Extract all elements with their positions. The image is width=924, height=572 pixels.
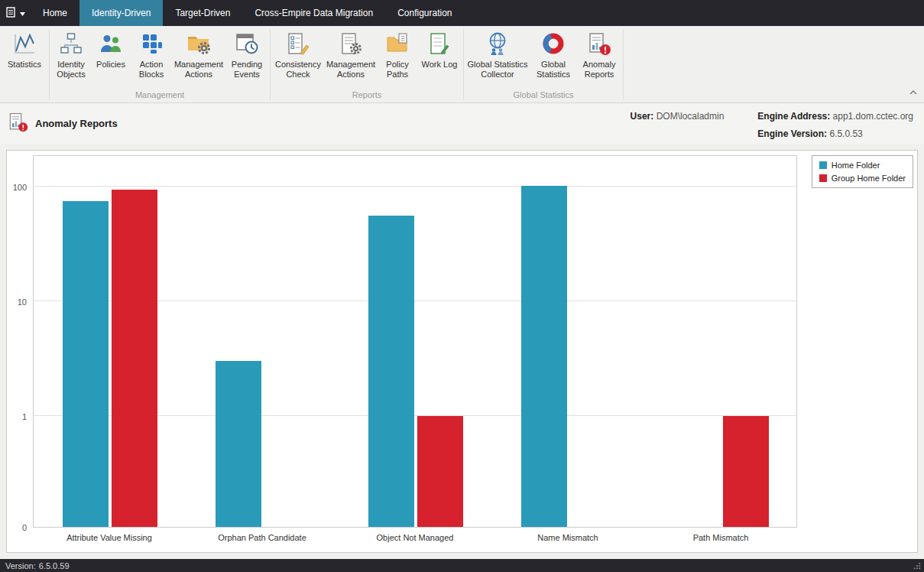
bar-home-folder-1 [216, 361, 261, 527]
ribbon-group-global-statistics: Global Statistics Collector Global Stati… [464, 26, 623, 102]
user-info: User: DOM\localadmin [631, 111, 725, 122]
anomaly-reports-page-icon [8, 112, 28, 135]
engine-address-info: Engine Address: app1.dom.cctec.org [757, 111, 913, 122]
ribbon-group-label: Management [51, 89, 268, 102]
y-axis: 0110100 [7, 156, 30, 528]
y-tick-label: 10 [7, 297, 27, 307]
main-content: 0110100 Attribute Value MissingOrphan Pa… [0, 144, 924, 559]
identity-objects-button[interactable]: Identity Objects [51, 27, 91, 81]
page-header: Anomaly Reports User: DOM\localadmin Eng… [0, 103, 924, 144]
collapse-ribbon-button[interactable] [908, 84, 919, 99]
work-log-icon [427, 31, 452, 57]
y-tick-label: 100 [7, 183, 27, 193]
bar-home-folder-3 [521, 186, 567, 527]
chevron-up-icon [909, 86, 917, 97]
ribbon-separator [623, 29, 624, 99]
plot-area [33, 155, 797, 528]
legend-swatch [819, 174, 827, 182]
legend-label: Group Home Folder [832, 174, 906, 183]
action-blocks-label: Action Blocks [132, 60, 170, 80]
identity-objects-icon [59, 31, 83, 57]
identity-objects-label: Identity Objects [53, 60, 89, 80]
ribbon-group-label: Global Statistics [465, 89, 621, 102]
status-bar: Version:6.5.0.59 [0, 559, 924, 572]
version-status: Version:6.5.0.59 [5, 561, 70, 570]
global-statistics-collector-button[interactable]: Global Statistics Collector [465, 27, 530, 81]
chart-legend: Home FolderGroup Home Folder [812, 155, 913, 188]
anomaly-reports-button[interactable]: Anomaly Reports [577, 27, 621, 81]
legend-label: Home Folder [832, 161, 880, 170]
menu-item-cross-empire-data-migration[interactable]: Cross-Empire Data Migration [242, 0, 385, 26]
legend-swatch [819, 161, 827, 169]
policy-paths-icon [385, 31, 410, 57]
global-statistics-label: Global Statistics [531, 60, 575, 80]
policies-icon [99, 31, 123, 57]
management-actions-report-icon [339, 31, 363, 57]
app-menu-button[interactable] [0, 0, 31, 26]
bar-group-home-folder-2 [417, 416, 463, 527]
statistics-button[interactable]: Statistics [2, 27, 47, 71]
pending-events-button[interactable]: Pending Events [225, 27, 268, 81]
ribbon-group-management: Identity Objects Policies Action Blocks [50, 26, 270, 102]
policies-button[interactable]: Policies [91, 27, 131, 71]
x-axis: Attribute Value MissingOrphan Path Candi… [33, 533, 797, 545]
menu-item-identity-driven[interactable]: Identity-Driven [79, 0, 163, 26]
chart-panel: 0110100 Attribute Value MissingOrphan Pa… [6, 150, 918, 553]
anomaly-reports-label: Anomaly Reports [579, 60, 620, 80]
global-statistics-button[interactable]: Global Statistics [530, 27, 577, 81]
bar-group-home-folder-0 [112, 190, 157, 527]
menu-item-configuration[interactable]: Configuration [385, 0, 464, 26]
management-actions-label: Management Actions [173, 60, 224, 80]
management-actions-report-button[interactable]: Management Actions [324, 27, 378, 81]
work-log-label: Work Log [422, 60, 458, 70]
global-statistics-collector-label: Global Statistics Collector [467, 60, 528, 80]
ribbon-group-label [2, 98, 47, 102]
consistency-check-label: Consistency Check [274, 60, 323, 80]
legend-entry: Home Folder [819, 161, 906, 170]
ribbon-group-reports: Consistency Check Management Actions Pol… [271, 26, 463, 102]
page-title: Anomaly Reports [35, 118, 118, 129]
menu-item-target-driven[interactable]: Target-Driven [163, 0, 242, 26]
y-tick-label: 1 [7, 412, 27, 422]
consistency-check-icon [286, 31, 310, 57]
pending-events-icon [235, 31, 259, 57]
chevron-down-icon [20, 8, 25, 18]
management-actions-icon [186, 31, 211, 57]
gridline-100 [34, 186, 796, 187]
statistics-icon [12, 31, 37, 57]
legend-entry: Group Home Folder [819, 174, 906, 183]
app-menu-icon [6, 7, 18, 20]
action-blocks-button[interactable]: Action Blocks [131, 27, 172, 81]
engine-version-info: Engine Version: 6.5.0.53 [757, 128, 913, 139]
action-blocks-icon [139, 31, 164, 57]
anomaly-reports-icon [587, 31, 611, 57]
y-tick-label: 0 [7, 523, 27, 533]
statistics-label: Statistics [8, 60, 41, 70]
ribbon: Statistics Identity Objects Policies [0, 26, 924, 103]
pending-events-label: Pending Events [227, 60, 267, 80]
resize-grip-icon[interactable] [913, 562, 921, 570]
bar-home-folder-0 [63, 201, 109, 527]
ribbon-group-statistics: Statistics [0, 26, 49, 102]
x-category-label: Path Mismatch [644, 533, 797, 542]
consistency-check-button[interactable]: Consistency Check [272, 27, 324, 81]
work-log-button[interactable]: Work Log [417, 27, 462, 71]
bar-group-home-folder-4 [723, 416, 769, 527]
x-category-label: Orphan Path Candidate [186, 533, 339, 542]
x-category-label: Object Not Managed [339, 533, 491, 542]
app-window: Home Identity-Driven Target-Driven Cross… [0, 0, 924, 572]
policy-paths-button[interactable]: Policy Paths [378, 27, 417, 81]
global-statistics-icon [541, 31, 566, 57]
x-category-label: Attribute Value Missing [33, 533, 186, 542]
ribbon-group-label: Reports [272, 89, 462, 102]
global-statistics-collector-icon [485, 31, 510, 57]
x-category-label: Name Mismatch [491, 533, 644, 542]
menu-bar: Home Identity-Driven Target-Driven Cross… [0, 0, 924, 26]
bar-home-folder-2 [368, 216, 414, 527]
management-actions-report-label: Management Actions [326, 60, 376, 80]
policy-paths-label: Policy Paths [379, 60, 416, 80]
menu-item-home[interactable]: Home [31, 0, 79, 26]
management-actions-button[interactable]: Management Actions [172, 27, 225, 81]
policies-label: Policies [96, 60, 125, 70]
